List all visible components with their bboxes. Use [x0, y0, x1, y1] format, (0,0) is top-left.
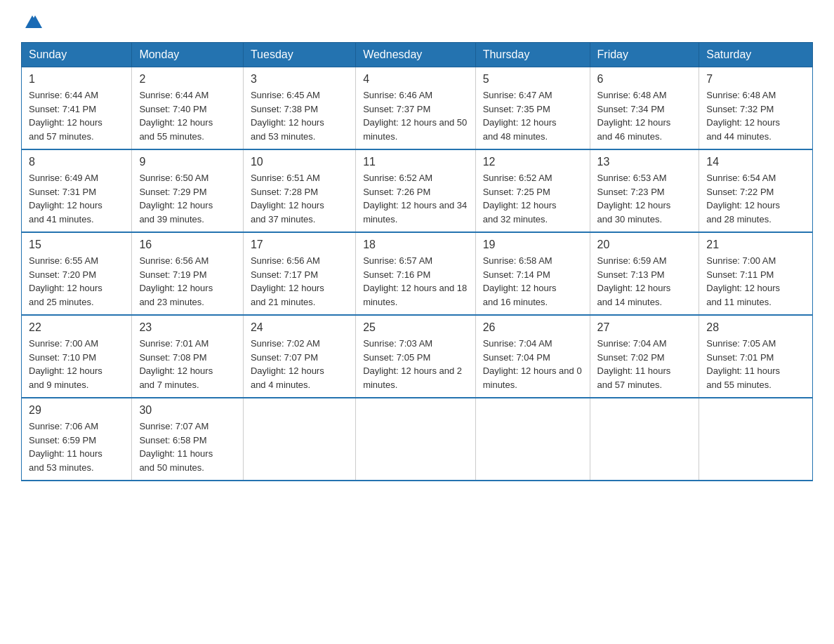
day-number: 1 [29, 73, 124, 86]
calendar-cell: 8 Sunrise: 6:49 AM Sunset: 7:31 PM Dayli… [22, 149, 132, 232]
calendar-cell: 20 Sunrise: 6:59 AM Sunset: 7:13 PM Dayl… [590, 232, 699, 315]
calendar-week-row: 1 Sunrise: 6:44 AM Sunset: 7:41 PM Dayli… [22, 67, 813, 150]
day-info: Sunrise: 6:59 AM Sunset: 7:13 PM Dayligh… [597, 254, 692, 309]
calendar-cell: 15 Sunrise: 6:55 AM Sunset: 7:20 PM Dayl… [22, 232, 132, 315]
calendar-cell [590, 398, 699, 481]
day-number: 17 [251, 239, 348, 251]
calendar-cell: 24 Sunrise: 7:02 AM Sunset: 7:07 PM Dayl… [243, 315, 355, 398]
calendar-cell: 2 Sunrise: 6:44 AM Sunset: 7:40 PM Dayli… [132, 67, 244, 150]
day-number: 23 [139, 321, 236, 334]
day-number: 29 [29, 404, 124, 417]
calendar-cell: 13 Sunrise: 6:53 AM Sunset: 7:23 PM Dayl… [590, 149, 699, 232]
day-info: Sunrise: 6:51 AM Sunset: 7:28 PM Dayligh… [251, 171, 348, 226]
day-info: Sunrise: 6:57 AM Sunset: 7:16 PM Dayligh… [363, 254, 468, 309]
calendar-cell: 21 Sunrise: 7:00 AM Sunset: 7:11 PM Dayl… [699, 232, 813, 315]
calendar-cell: 6 Sunrise: 6:48 AM Sunset: 7:34 PM Dayli… [590, 67, 699, 150]
day-info: Sunrise: 7:00 AM Sunset: 7:11 PM Dayligh… [706, 254, 805, 309]
calendar-week-row: 22 Sunrise: 7:00 AM Sunset: 7:10 PM Dayl… [22, 315, 813, 398]
calendar-cell: 22 Sunrise: 7:00 AM Sunset: 7:10 PM Dayl… [22, 315, 132, 398]
day-info: Sunrise: 6:58 AM Sunset: 7:14 PM Dayligh… [483, 254, 583, 309]
page-header [21, 14, 813, 28]
calendar-cell: 30 Sunrise: 7:07 AM Sunset: 6:58 PM Dayl… [132, 398, 244, 481]
calendar-week-row: 29 Sunrise: 7:06 AM Sunset: 6:59 PM Dayl… [22, 398, 813, 481]
calendar-cell: 10 Sunrise: 6:51 AM Sunset: 7:28 PM Dayl… [243, 149, 355, 232]
day-info: Sunrise: 6:44 AM Sunset: 7:40 PM Dayligh… [139, 88, 236, 143]
day-info: Sunrise: 7:06 AM Sunset: 6:59 PM Dayligh… [29, 420, 124, 474]
day-number: 30 [139, 404, 236, 417]
calendar-cell: 7 Sunrise: 6:48 AM Sunset: 7:32 PM Dayli… [699, 67, 813, 150]
day-number: 12 [483, 156, 583, 168]
day-number: 21 [706, 239, 805, 251]
day-info: Sunrise: 6:49 AM Sunset: 7:31 PM Dayligh… [29, 171, 124, 226]
day-number: 22 [29, 321, 124, 334]
weekday-header-friday: Friday [590, 43, 699, 67]
calendar-cell [243, 398, 355, 481]
day-info: Sunrise: 6:48 AM Sunset: 7:32 PM Dayligh… [706, 88, 805, 143]
calendar-table: SundayMondayTuesdayWednesdayThursdayFrid… [21, 42, 813, 481]
calendar-cell: 23 Sunrise: 7:01 AM Sunset: 7:08 PM Dayl… [132, 315, 244, 398]
calendar-week-row: 8 Sunrise: 6:49 AM Sunset: 7:31 PM Dayli… [22, 149, 813, 232]
day-number: 2 [139, 73, 236, 86]
day-info: Sunrise: 7:00 AM Sunset: 7:10 PM Dayligh… [29, 337, 124, 391]
calendar-cell: 9 Sunrise: 6:50 AM Sunset: 7:29 PM Dayli… [132, 149, 244, 232]
day-number: 19 [483, 239, 583, 251]
day-info: Sunrise: 6:52 AM Sunset: 7:26 PM Dayligh… [363, 171, 468, 226]
day-info: Sunrise: 6:44 AM Sunset: 7:41 PM Dayligh… [29, 88, 124, 143]
day-number: 24 [251, 321, 348, 334]
day-number: 18 [363, 239, 468, 251]
day-info: Sunrise: 7:01 AM Sunset: 7:08 PM Dayligh… [139, 337, 236, 391]
calendar-cell: 27 Sunrise: 7:04 AM Sunset: 7:02 PM Dayl… [590, 315, 699, 398]
day-number: 9 [139, 156, 236, 168]
day-info: Sunrise: 7:03 AM Sunset: 7:05 PM Dayligh… [363, 337, 468, 391]
day-number: 5 [483, 73, 583, 86]
day-info: Sunrise: 6:56 AM Sunset: 7:17 PM Dayligh… [251, 254, 348, 309]
calendar-cell: 4 Sunrise: 6:46 AM Sunset: 7:37 PM Dayli… [356, 67, 476, 150]
day-number: 28 [706, 321, 805, 334]
day-info: Sunrise: 7:04 AM Sunset: 7:02 PM Dayligh… [597, 337, 692, 391]
day-number: 25 [363, 321, 468, 334]
day-number: 10 [251, 156, 348, 168]
weekday-header-thursday: Thursday [475, 43, 590, 67]
day-info: Sunrise: 6:50 AM Sunset: 7:29 PM Dayligh… [139, 171, 236, 226]
calendar-cell: 17 Sunrise: 6:56 AM Sunset: 7:17 PM Dayl… [243, 232, 355, 315]
day-number: 3 [251, 73, 348, 86]
weekday-header-row: SundayMondayTuesdayWednesdayThursdayFrid… [22, 43, 813, 67]
day-info: Sunrise: 6:48 AM Sunset: 7:34 PM Dayligh… [597, 88, 692, 143]
calendar-week-row: 15 Sunrise: 6:55 AM Sunset: 7:20 PM Dayl… [22, 232, 813, 315]
day-number: 26 [483, 321, 583, 334]
calendar-cell: 3 Sunrise: 6:45 AM Sunset: 7:38 PM Dayli… [243, 67, 355, 150]
day-number: 13 [597, 156, 692, 168]
day-info: Sunrise: 6:56 AM Sunset: 7:19 PM Dayligh… [139, 254, 236, 309]
day-info: Sunrise: 6:54 AM Sunset: 7:22 PM Dayligh… [706, 171, 805, 226]
calendar-cell: 14 Sunrise: 6:54 AM Sunset: 7:22 PM Dayl… [699, 149, 813, 232]
calendar-cell [356, 398, 476, 481]
calendar-cell: 5 Sunrise: 6:47 AM Sunset: 7:35 PM Dayli… [475, 67, 590, 150]
day-number: 6 [597, 73, 692, 86]
day-number: 8 [29, 156, 124, 168]
calendar-cell [699, 398, 813, 481]
calendar-cell: 18 Sunrise: 6:57 AM Sunset: 7:16 PM Dayl… [356, 232, 476, 315]
day-info: Sunrise: 6:46 AM Sunset: 7:37 PM Dayligh… [363, 88, 468, 143]
day-number: 15 [29, 239, 124, 251]
weekday-header-tuesday: Tuesday [243, 43, 355, 67]
calendar-cell: 1 Sunrise: 6:44 AM Sunset: 7:41 PM Dayli… [22, 67, 132, 150]
day-number: 7 [706, 73, 805, 86]
day-info: Sunrise: 6:47 AM Sunset: 7:35 PM Dayligh… [483, 88, 583, 143]
day-info: Sunrise: 7:07 AM Sunset: 6:58 PM Dayligh… [139, 420, 236, 474]
calendar-cell [475, 398, 590, 481]
weekday-header-saturday: Saturday [699, 43, 813, 67]
day-number: 27 [597, 321, 692, 334]
day-number: 4 [363, 73, 468, 86]
logo-triangle-icon [22, 11, 42, 31]
calendar-cell: 28 Sunrise: 7:05 AM Sunset: 7:01 PM Dayl… [699, 315, 813, 398]
day-info: Sunrise: 6:45 AM Sunset: 7:38 PM Dayligh… [251, 88, 348, 143]
day-info: Sunrise: 6:53 AM Sunset: 7:23 PM Dayligh… [597, 171, 692, 226]
weekday-header-wednesday: Wednesday [356, 43, 476, 67]
day-info: Sunrise: 7:02 AM Sunset: 7:07 PM Dayligh… [251, 337, 348, 391]
calendar-cell: 16 Sunrise: 6:56 AM Sunset: 7:19 PM Dayl… [132, 232, 244, 315]
calendar-cell: 11 Sunrise: 6:52 AM Sunset: 7:26 PM Dayl… [356, 149, 476, 232]
calendar-cell: 19 Sunrise: 6:58 AM Sunset: 7:14 PM Dayl… [475, 232, 590, 315]
day-info: Sunrise: 6:55 AM Sunset: 7:20 PM Dayligh… [29, 254, 124, 309]
weekday-header-monday: Monday [132, 43, 244, 67]
day-number: 20 [597, 239, 692, 251]
